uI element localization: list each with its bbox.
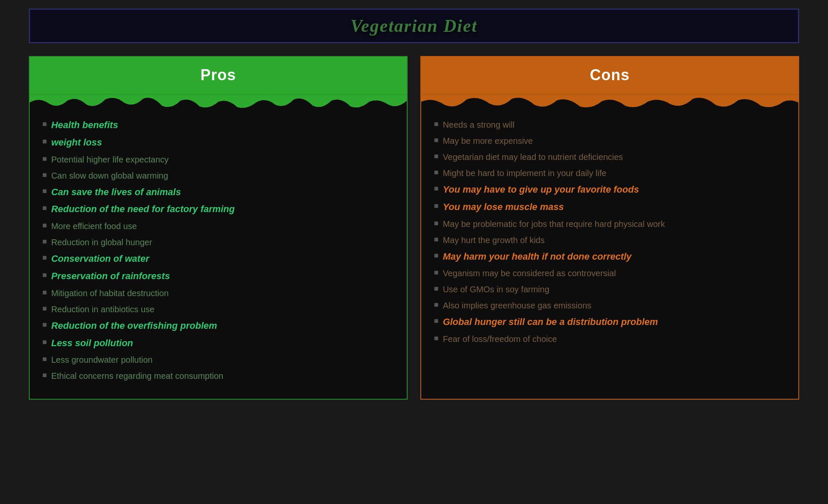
pros-item-text: Reduction in global hunger (51, 236, 152, 248)
cons-item-text: Might be hard to implement in your daily… (443, 167, 607, 179)
pros-item-text: Less groundwater pollution (51, 354, 153, 366)
pros-title: Pros (200, 66, 236, 84)
pros-list-item: ■Less soil pollution (42, 337, 394, 350)
cons-list-item: ■May hurt the growth of kids (434, 234, 786, 246)
cons-content: ■Needs a strong will■May be more expensi… (421, 110, 798, 362)
cons-list-item: ■Global hunger still can be a distributi… (434, 316, 786, 329)
pros-item-text: Can slow down global warming (51, 170, 168, 182)
pros-list-item: ■weight loss (42, 136, 394, 149)
pros-list-item: ■Health benefits (42, 119, 394, 132)
bullet-icon: ■ (434, 184, 439, 193)
cons-list-item: ■Also implies greenhouse gas emissions (434, 300, 786, 311)
cons-list-item: ■You may have to give up your favorite f… (434, 183, 786, 196)
pros-item-text: Ethical concerns regarding meat consumpt… (51, 370, 224, 382)
pros-item-text: More efficient food use (51, 220, 137, 232)
pros-item-text: Reduction of the overfishing problem (51, 319, 217, 333)
pros-item-text: Potential higher life expectancy (51, 154, 169, 165)
cons-item-text: You may lose muscle mass (443, 201, 564, 214)
bullet-icon: ■ (42, 338, 47, 347)
bullet-icon: ■ (42, 304, 47, 313)
bullet-icon: ■ (42, 271, 47, 280)
pros-content: ■Health benefits■weight loss■Potential h… (30, 110, 407, 399)
pros-item-text: Preservation of rainforests (51, 270, 170, 283)
cons-item-text: Needs a strong will (443, 119, 515, 131)
cons-list-item: ■May harm your health if not done correc… (434, 250, 786, 263)
cons-item-text: Veganism may be considered as controvers… (443, 267, 616, 279)
pros-list-item: ■Mitigation of habitat destruction (42, 287, 394, 299)
bullet-icon: ■ (434, 152, 439, 161)
pros-item-text: Reduction in antibiotics use (51, 303, 154, 315)
bullet-icon: ■ (42, 120, 47, 129)
cons-header: Cons (421, 57, 798, 93)
bullet-icon: ■ (434, 219, 439, 228)
pros-item-text: Less soil pollution (51, 337, 133, 350)
bullet-icon: ■ (42, 288, 47, 297)
pros-item-text: Reduction of the need for factory farmin… (51, 203, 235, 216)
pros-list-item: ■Reduction of the need for factory farmi… (42, 203, 394, 216)
cons-list-item: ■Needs a strong will (434, 119, 786, 131)
cons-item-text: May be more expensive (443, 135, 533, 147)
pros-header: Pros (30, 57, 407, 93)
bullet-icon: ■ (42, 253, 47, 262)
pros-list-item: ■Reduction in global hunger (42, 236, 394, 248)
cons-list-item: ■May be more expensive (434, 135, 786, 147)
cons-item-text: May hurt the growth of kids (443, 234, 545, 246)
cons-list-item: ■Fear of loss/freedom of choice (434, 333, 786, 345)
bullet-icon: ■ (42, 187, 47, 196)
cons-panel: Cons ■Needs a strong will■May be more ex… (420, 56, 799, 400)
bullet-icon: ■ (434, 251, 439, 260)
cons-torn-edge (421, 93, 798, 110)
cons-item-text: You may have to give up your favorite fo… (443, 183, 639, 196)
bullet-icon: ■ (42, 371, 47, 380)
cons-item-text: Global hunger still can be a distributio… (443, 316, 658, 329)
pros-list-item: ■Reduction of the overfishing problem (42, 319, 394, 333)
bullet-icon: ■ (434, 268, 439, 277)
pros-list-item: ■Potential higher life expectancy (42, 154, 394, 165)
cons-list-item: ■Use of GMOs in soy farming (434, 283, 786, 295)
bullet-icon: ■ (42, 171, 47, 179)
pros-item-text: Health benefits (51, 119, 118, 132)
torn-svg-pros (30, 95, 407, 110)
cons-item-text: May be problematic for jobs that require… (443, 218, 665, 230)
pros-item-text: Can save the lives of animals (51, 186, 181, 199)
cons-list-item: ■Vegetarian diet may lead to nutrient de… (434, 151, 786, 163)
pros-item-text: weight loss (51, 136, 102, 149)
cons-item-text: Vegetarian diet may lead to nutrient def… (443, 151, 623, 163)
pros-torn-edge (30, 93, 407, 110)
pros-list-item: ■Preservation of rainforests (42, 270, 394, 283)
pros-item-text: Mitigation of habitat destruction (51, 287, 169, 299)
cons-list-item: ■May be problematic for jobs that requir… (434, 218, 786, 230)
pros-panel: Pros ■Health benefits■weight loss■Potent… (29, 56, 408, 400)
bullet-icon: ■ (434, 120, 439, 129)
bullet-icon: ■ (434, 235, 439, 244)
title-box: Vegetarian Diet (29, 8, 799, 43)
bullet-icon: ■ (42, 237, 47, 246)
bullet-icon: ■ (434, 300, 439, 309)
cons-item-text: May harm your health if not done correct… (443, 250, 632, 263)
cons-item-text: Use of GMOs in soy farming (443, 283, 549, 295)
bullet-icon: ■ (434, 136, 439, 145)
pros-list-item: ■Less groundwater pollution (42, 354, 394, 366)
cons-item-text: Also implies greenhouse gas emissions (443, 300, 591, 311)
pros-list-item: ■Conservation of water (42, 252, 394, 266)
bullet-icon: ■ (434, 334, 439, 343)
cons-list-item: ■Veganism may be considered as controver… (434, 267, 786, 279)
bullet-icon: ■ (42, 137, 47, 146)
page-title: Vegetarian Diet (350, 16, 478, 36)
cons-list-item: ■You may lose muscle mass (434, 201, 786, 214)
bullet-icon: ■ (42, 204, 47, 213)
bullet-icon: ■ (434, 168, 439, 177)
bullet-icon: ■ (434, 284, 439, 293)
cons-title: Cons (590, 66, 630, 84)
pros-list-item: ■Reduction in antibiotics use (42, 303, 394, 315)
pros-list-item: ■Can slow down global warming (42, 170, 394, 182)
bullet-icon: ■ (434, 202, 439, 210)
cons-item-text: Fear of loss/freedom of choice (443, 333, 557, 345)
torn-svg-cons (421, 95, 798, 110)
bullet-icon: ■ (42, 355, 47, 364)
pros-list-item: ■More efficient food use (42, 220, 394, 232)
bullet-icon: ■ (42, 320, 47, 329)
columns-container: Pros ■Health benefits■weight loss■Potent… (29, 56, 799, 400)
pros-list-item: ■Can save the lives of animals (42, 186, 394, 199)
bullet-icon: ■ (42, 154, 47, 163)
